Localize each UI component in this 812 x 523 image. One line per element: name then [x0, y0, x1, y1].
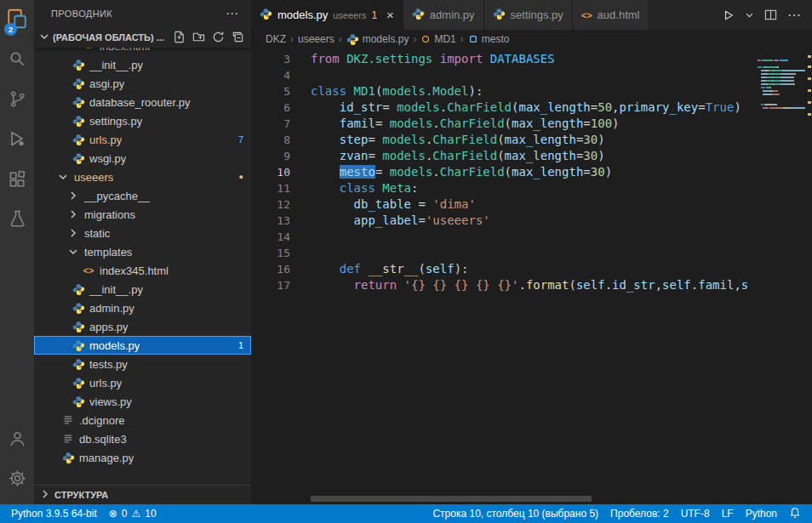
status-eol[interactable]: LF	[716, 504, 740, 523]
overview-ruler	[808, 48, 811, 504]
status-encoding[interactable]: UTF-8	[675, 504, 716, 523]
run-dropdown-button[interactable]	[745, 10, 754, 20]
breadcrumb-useeers[interactable]: useeers	[298, 33, 335, 45]
views-more-actions-icon[interactable]: ⋯	[226, 6, 239, 21]
file-manage.py[interactable]: manage.py	[34, 448, 251, 467]
file-tests.py[interactable]: tests.py	[34, 355, 251, 373]
minimap-line	[758, 63, 805, 65]
tree-item-label: models.py	[89, 339, 140, 352]
error-icon: ⊗	[109, 508, 117, 520]
file-index.html[interactable]: <>index.html	[34, 48, 251, 55]
file-.dcignore[interactable]: .dcignore	[34, 411, 251, 429]
file-apps.py[interactable]: apps.py	[34, 317, 251, 336]
breadcrumb-DKZ[interactable]: DKZ	[266, 33, 286, 45]
status-indentation[interactable]: Пробелов: 2	[604, 504, 675, 523]
line-number: 12	[251, 196, 290, 213]
folder-static[interactable]: static	[34, 224, 251, 242]
tree-item-label: urls.py	[89, 377, 122, 389]
line-numbers-gutter: 34567891011121314151617	[251, 48, 290, 504]
code-content[interactable]: from DKZ.settings import DATABASESclass …	[290, 48, 812, 504]
status-bar-right: Строка 10, столбец 10 (выбрано 5)Пробело…	[426, 504, 807, 523]
folder-useeers[interactable]: useeers●	[34, 168, 251, 186]
line-number: 13	[251, 213, 290, 229]
file-admin.py[interactable]: admin.py	[34, 298, 251, 317]
folder-migrations[interactable]: migrations	[34, 205, 251, 224]
code-editor[interactable]: 34567891011121314151617 from DKZ.setting…	[251, 48, 812, 504]
refresh-icon[interactable]	[212, 31, 225, 43]
activity-item-run-debug[interactable]	[0, 120, 34, 160]
line-number: 3	[251, 51, 290, 67]
status-language-mode[interactable]: Python	[740, 504, 783, 523]
new-folder-icon[interactable]	[192, 31, 205, 43]
outline-section-header[interactable]: СТРУКТУРА	[34, 485, 251, 504]
file-__init__.py[interactable]: __init__.py	[34, 55, 251, 74]
tab-admin.py[interactable]: admin.py	[403, 0, 484, 30]
activity-item-extensions[interactable]	[0, 160, 34, 200]
sidebar-title: ПРОВОДНИК	[51, 9, 112, 19]
activity-item-settings[interactable]	[0, 459, 34, 499]
status-text: Пробелов: 2	[610, 508, 669, 520]
more-actions-button[interactable]: ⋯	[787, 7, 802, 23]
run-python-file-button[interactable]	[723, 9, 735, 21]
line-number: 6	[251, 99, 290, 116]
horizontal-scrollbar[interactable]	[311, 496, 592, 502]
file-urls.py[interactable]: urls.py	[34, 373, 251, 392]
tab-settings.py[interactable]: settings.py	[484, 0, 573, 30]
breadcrumb-MD1[interactable]: MD1	[420, 33, 455, 45]
activity-item-search[interactable]	[0, 40, 34, 80]
python-icon	[412, 8, 425, 23]
run-debug-icon	[7, 128, 27, 151]
file-urls.py[interactable]: urls.py7	[34, 130, 251, 149]
activity-item-accounts[interactable]	[0, 419, 34, 459]
activity-item-source-control[interactable]	[0, 80, 34, 120]
main-row: 2 ПРОВОДНИК ⋯ (РАБОЧАЯ ОБЛАСТЬ) ... <>in…	[0, 0, 812, 504]
file-views.py[interactable]: views.py	[34, 392, 251, 411]
file-__init__.py[interactable]: __init__.py	[34, 280, 251, 298]
close-tab-icon[interactable]: ×	[386, 9, 394, 21]
split-editor-button[interactable]	[764, 9, 777, 21]
file-asgi.py[interactable]: asgi.py	[34, 74, 251, 93]
file-wsgi.py[interactable]: wsgi.py	[34, 149, 251, 168]
line-number: 14	[251, 229, 290, 245]
minimap-line	[758, 104, 805, 106]
file-database_roouter.py[interactable]: database_roouter.py	[34, 93, 251, 111]
file-settings.py[interactable]: settings.py	[34, 111, 251, 130]
activity-item-explorer[interactable]: 2	[0, 0, 34, 40]
code-line: db_table = 'dima'	[311, 196, 812, 213]
file-db.sqlite3[interactable]: db.sqlite3	[34, 429, 251, 448]
minimap-line	[758, 66, 805, 69]
collapse-all-icon[interactable]	[232, 31, 244, 43]
tree-item-label: asgi.py	[89, 77, 124, 90]
tree-item-label: useeers	[74, 171, 113, 184]
bell-icon	[789, 507, 801, 521]
minimap[interactable]	[752, 48, 812, 492]
file-models.py[interactable]: models.py1	[34, 336, 251, 355]
status-python-interpreter[interactable]: Python 3.9.5 64-bit	[5, 504, 103, 523]
problems-badge: 1	[238, 340, 243, 350]
status-problems[interactable]: ⊗0⚠10	[103, 504, 163, 523]
file-index345.html[interactable]: <>index345.html	[34, 261, 251, 280]
breadcrumb-label: useeers	[298, 33, 335, 45]
new-file-icon[interactable]	[173, 31, 186, 43]
tab-models.py[interactable]: models.pyuseeers1×	[251, 0, 403, 30]
activity-item-testing[interactable]	[0, 200, 34, 240]
chevron-right-icon	[38, 487, 52, 503]
file-tree: <>index.html__init__.pyasgi.pydatabase_r…	[34, 48, 251, 485]
status-notifications[interactable]	[783, 504, 807, 523]
minimap-line	[758, 107, 805, 110]
folder-__pycache__[interactable]: __pycache__	[34, 186, 251, 205]
tree-item-label: index345.html	[100, 264, 169, 277]
breadcrumb-mesto[interactable]: mesto	[468, 33, 510, 45]
status-bar: Python 3.9.5 64-bit⊗0⚠10 Строка 10, стол…	[0, 504, 812, 523]
html-icon: <>	[82, 265, 95, 276]
minimap-line	[758, 70, 805, 72]
breadcrumb-models.py[interactable]: models.py	[346, 33, 409, 46]
status-cursor-position[interactable]: Строка 10, столбец 10 (выбрано 5)	[426, 504, 604, 523]
textfile-icon	[61, 414, 75, 426]
workspace-section-header[interactable]: (РАБОЧАЯ ОБЛАСТЬ) ...	[34, 26, 251, 48]
breadcrumb-label: models.py	[363, 33, 409, 45]
folder-templates[interactable]: templates	[34, 242, 251, 261]
breadcrumb-separator: ›	[413, 33, 416, 45]
tab-aud.html[interactable]: <>aud.html	[573, 0, 649, 30]
tree-item-label: database_roouter.py	[89, 96, 191, 109]
